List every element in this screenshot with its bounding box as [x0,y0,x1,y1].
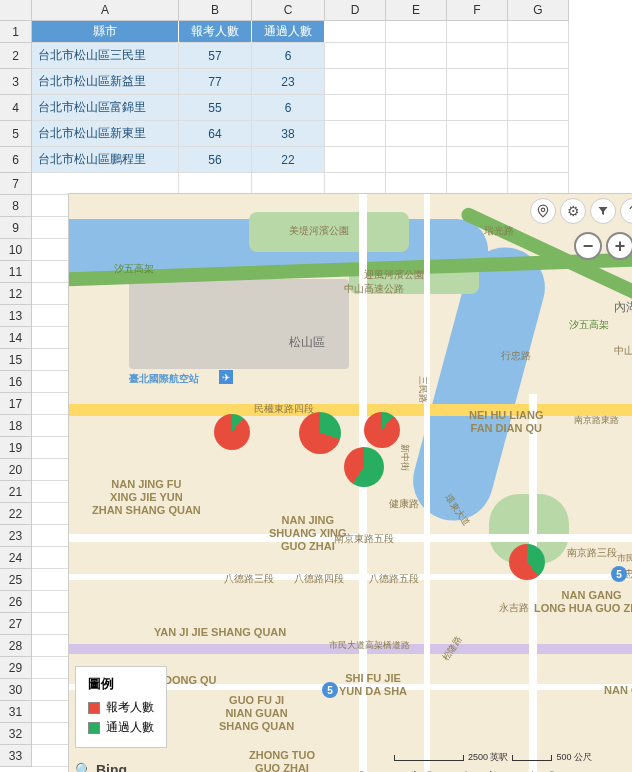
row-header-33[interactable]: 33 [0,745,32,767]
cell[interactable] [386,121,447,147]
row-header-28[interactable]: 28 [0,635,32,657]
cell[interactable] [508,21,569,43]
cell[interactable] [447,173,508,195]
col-header-F[interactable]: F [447,0,508,21]
row-header-7[interactable]: 7 [0,173,32,195]
zoom-out-button[interactable]: − [574,232,602,260]
row-header-3[interactable]: 3 [0,69,32,95]
row-header-32[interactable]: 32 [0,723,32,745]
bing-logo: 🔍 Bing [75,762,127,772]
table-cell-applicants[interactable]: 57 [179,43,252,69]
row-header-1[interactable]: 1 [0,21,32,43]
cell[interactable] [447,21,508,43]
row-header-15[interactable]: 15 [0,349,32,371]
table-cell-passed[interactable]: 23 [252,69,325,95]
table-cell-name[interactable]: 台北市松山區鵬程里 [32,147,179,173]
cell[interactable] [325,69,386,95]
cell[interactable] [447,69,508,95]
col-header-D[interactable]: D [325,0,386,21]
row-header-17[interactable]: 17 [0,393,32,415]
row-header-25[interactable]: 25 [0,569,32,591]
cell[interactable] [386,21,447,43]
row-header-2[interactable]: 2 [0,43,32,69]
row-header-30[interactable]: 30 [0,679,32,701]
map-help-button[interactable]: ? [620,198,632,224]
table-cell-applicants[interactable]: 55 [179,95,252,121]
row-header-22[interactable]: 22 [0,503,32,525]
cell[interactable] [508,147,569,173]
row-header-12[interactable]: 12 [0,283,32,305]
table-header-county[interactable]: 縣市 [32,21,179,43]
cell[interactable] [32,173,179,195]
table-cell-passed[interactable]: 22 [252,147,325,173]
table-cell-applicants[interactable]: 77 [179,69,252,95]
cell[interactable] [386,95,447,121]
row-header-11[interactable]: 11 [0,261,32,283]
row-header-24[interactable]: 24 [0,547,32,569]
cell[interactable] [386,69,447,95]
col-header-C[interactable]: C [252,0,325,21]
table-cell-name[interactable]: 台北市松山區富錦里 [32,95,179,121]
col-header-E[interactable]: E [386,0,447,21]
table-cell-applicants[interactable]: 64 [179,121,252,147]
cell[interactable] [386,43,447,69]
table-cell-name[interactable]: 台北市松山區新益里 [32,69,179,95]
cell[interactable] [325,147,386,173]
cell[interactable] [179,173,252,195]
table-cell-passed[interactable]: 6 [252,95,325,121]
row-header-4[interactable]: 4 [0,95,32,121]
col-header-B[interactable]: B [179,0,252,21]
cell[interactable] [508,173,569,195]
map-neighborhood: DONG QU [164,674,217,687]
cell[interactable] [508,95,569,121]
row-header-23[interactable]: 23 [0,525,32,547]
table-cell-passed[interactable]: 6 [252,43,325,69]
map-chart[interactable]: ⚙ ? − + [68,193,632,772]
row-header-29[interactable]: 29 [0,657,32,679]
cell[interactable] [325,95,386,121]
select-all-corner[interactable] [0,0,32,21]
cell[interactable] [508,43,569,69]
zoom-in-button[interactable]: + [606,232,632,260]
cell[interactable] [447,147,508,173]
row-header-6[interactable]: 6 [0,147,32,173]
row-header-8[interactable]: 8 [0,195,32,217]
table-header-applicants[interactable]: 報考人數 [179,21,252,43]
table-header-passed[interactable]: 通過人數 [252,21,325,43]
cell[interactable] [508,121,569,147]
cell[interactable] [325,43,386,69]
row-header-5[interactable]: 5 [0,121,32,147]
col-header-A[interactable]: A [32,0,179,21]
map-settings-button[interactable]: ⚙ [560,198,586,224]
table-cell-name[interactable]: 台北市松山區新東里 [32,121,179,147]
cell[interactable] [325,173,386,195]
map-filter-button[interactable] [590,198,616,224]
cell[interactable] [508,69,569,95]
cell[interactable] [325,21,386,43]
cell[interactable] [325,121,386,147]
row-header-27[interactable]: 27 [0,613,32,635]
cell[interactable] [252,173,325,195]
cell[interactable] [386,147,447,173]
row-header-13[interactable]: 13 [0,305,32,327]
cell[interactable] [447,43,508,69]
table-cell-applicants[interactable]: 56 [179,147,252,173]
col-header-G[interactable]: G [508,0,569,21]
row-header-19[interactable]: 19 [0,437,32,459]
cell[interactable] [386,173,447,195]
row-header-20[interactable]: 20 [0,459,32,481]
cell[interactable] [447,95,508,121]
row-header-31[interactable]: 31 [0,701,32,723]
row-header-18[interactable]: 18 [0,415,32,437]
row-header-21[interactable]: 21 [0,481,32,503]
table-cell-passed[interactable]: 38 [252,121,325,147]
table-cell-name[interactable]: 台北市松山區三民里 [32,43,179,69]
map-location-button[interactable] [530,198,556,224]
row-header-16[interactable]: 16 [0,371,32,393]
row-header-9[interactable]: 9 [0,217,32,239]
map-neighborhood: NEI HU LIANG FAN DIAN QU [469,409,544,435]
cell[interactable] [447,121,508,147]
row-header-10[interactable]: 10 [0,239,32,261]
row-header-14[interactable]: 14 [0,327,32,349]
row-header-26[interactable]: 26 [0,591,32,613]
